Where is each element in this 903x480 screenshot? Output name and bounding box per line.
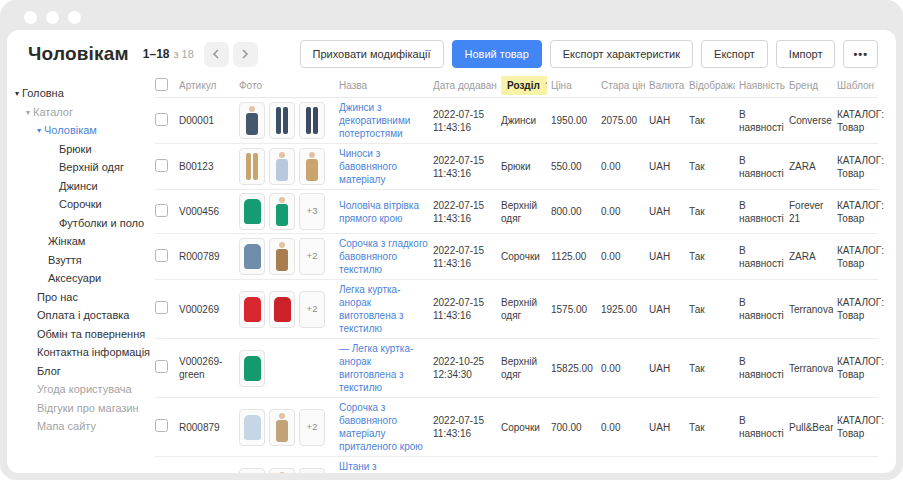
- product-photo[interactable]: [299, 148, 325, 185]
- product-name-link[interactable]: Легка куртка-анорак виготовлена з тексти…: [339, 283, 429, 335]
- admin-panel: Чоловікам 1–18 з 18 Приховати модифікаці…: [7, 30, 896, 473]
- row-checkbox[interactable]: [155, 301, 168, 314]
- product-photo[interactable]: [269, 468, 295, 474]
- sidebar-item[interactable]: ▾Каталог: [7, 103, 155, 122]
- hide-modifications-button[interactable]: Приховати модифікації: [300, 40, 444, 68]
- new-product-button[interactable]: Новий товар: [452, 40, 542, 68]
- photo-cell: +2: [239, 409, 335, 446]
- table-row: R000789+2Сорочка з гладкого бавовняного …: [155, 234, 878, 280]
- price-cell: 800.00: [551, 205, 597, 218]
- garment-shape: [244, 297, 261, 322]
- brand-cell: Forever 21: [789, 199, 833, 225]
- column-header-template[interactable]: Шаблон: [837, 80, 895, 91]
- sku-cell: D00001: [179, 114, 235, 127]
- template-cell: КАТАЛОГ: Товар: [837, 108, 895, 134]
- more-photos-badge[interactable]: +2: [299, 291, 325, 328]
- sidebar-item[interactable]: Джинси: [7, 177, 155, 196]
- product-photo[interactable]: [269, 148, 295, 185]
- product-photo[interactable]: [239, 148, 265, 185]
- sidebar-item[interactable]: Сорочки: [7, 195, 155, 214]
- product-photo[interactable]: [239, 291, 265, 328]
- sidebar-item[interactable]: Блог: [7, 362, 155, 381]
- product-photo[interactable]: [269, 102, 295, 139]
- sidebar-item[interactable]: Про нас: [7, 288, 155, 307]
- sort-arrows-icon: [545, 81, 547, 90]
- product-name-link[interactable]: Чиноси з бавовняного матеріалу: [339, 147, 429, 186]
- sidebar-item[interactable]: Мапа сайту: [7, 417, 155, 436]
- product-photo[interactable]: [239, 238, 265, 275]
- product-name-link[interactable]: Сорочка з бавовняного матеріалу притален…: [339, 401, 429, 453]
- chevron-right-icon: [241, 49, 249, 59]
- select-all-checkbox[interactable]: [155, 78, 168, 91]
- more-photos-badge[interactable]: +2: [299, 238, 325, 275]
- more-photos-badge[interactable]: +2: [299, 468, 325, 474]
- row-checkbox[interactable]: [155, 159, 168, 172]
- chevron-down-icon[interactable]: ▾: [37, 127, 41, 135]
- product-name-link[interactable]: Чоловіча вітрівка прямого крою: [339, 199, 429, 225]
- sidebar-item[interactable]: Брюки: [7, 140, 155, 159]
- prev-page-button[interactable]: [204, 42, 229, 67]
- product-photo[interactable]: [269, 409, 295, 446]
- product-photo[interactable]: [239, 350, 265, 387]
- row-checkbox[interactable]: [155, 249, 168, 262]
- sidebar-item[interactable]: ▾Головна: [7, 84, 155, 103]
- row-checkbox[interactable]: [155, 204, 168, 217]
- product-photo[interactable]: [269, 291, 295, 328]
- row-checkbox[interactable]: [155, 360, 168, 373]
- column-header-price[interactable]: Ціна: [551, 80, 597, 91]
- product-name-link[interactable]: Сорочка з гладкого бавовняного текстилю: [339, 237, 429, 276]
- sorted-column-control[interactable]: Розділ: [501, 76, 547, 95]
- table-row: V000456+3Чоловіча вітрівка прямого крою2…: [155, 190, 878, 234]
- sidebar-item[interactable]: Угода користувача: [7, 380, 155, 399]
- import-button[interactable]: Імпорт: [776, 40, 836, 68]
- template-cell: КАТАЛОГ: Товар: [837, 414, 895, 440]
- sidebar-item[interactable]: Обмін та повернення: [7, 325, 155, 344]
- section-cell: Верхній одяг: [501, 355, 547, 381]
- price-cell: 1575.00: [551, 303, 597, 316]
- row-checkbox-cell: [155, 159, 175, 175]
- column-header-old-price[interactable]: Стара ціна: [601, 80, 645, 91]
- column-header-date[interactable]: Дата додавання: [433, 80, 497, 91]
- chevron-down-icon[interactable]: ▾: [26, 108, 30, 116]
- product-name-link[interactable]: Джинси з декоративними потертостями: [339, 101, 429, 140]
- sidebar-item[interactable]: Аксесуари: [7, 269, 155, 288]
- product-photo[interactable]: [269, 193, 295, 230]
- product-photo[interactable]: [239, 102, 265, 139]
- window-controls: [24, 11, 81, 24]
- garment-shape: [306, 152, 318, 181]
- sidebar-item[interactable]: Контактна інформація: [7, 343, 155, 362]
- column-header-brand[interactable]: Бренд: [789, 80, 833, 91]
- sidebar-item[interactable]: Оплата і доставка: [7, 306, 155, 325]
- sidebar-item[interactable]: Верхній одяг: [7, 158, 155, 177]
- export-characteristics-button[interactable]: Експорт характеристик: [550, 40, 693, 68]
- column-header-photo[interactable]: Фото: [239, 80, 335, 91]
- sidebar-item[interactable]: ▾Чоловікам: [7, 121, 155, 140]
- stock-cell: В наявності: [739, 414, 785, 440]
- column-header-display[interactable]: Відображати: [689, 80, 735, 91]
- chevron-down-icon[interactable]: ▾: [15, 90, 19, 98]
- garment-shape: [276, 242, 288, 271]
- row-checkbox[interactable]: [155, 113, 168, 126]
- product-photo[interactable]: [239, 409, 265, 446]
- product-name-link[interactable]: Штани з бавовняного матеріалу прямого кр…: [339, 460, 429, 473]
- product-photo[interactable]: [239, 193, 265, 230]
- row-checkbox[interactable]: [155, 419, 168, 432]
- column-header-currency[interactable]: Валюта: [649, 80, 685, 91]
- more-photos-badge[interactable]: +2: [299, 409, 325, 446]
- product-photo[interactable]: [239, 468, 265, 474]
- garment-shape: [246, 473, 258, 474]
- sidebar-item[interactable]: Футболки и поло: [7, 214, 155, 233]
- sidebar-item[interactable]: Відгуки про магазин: [7, 399, 155, 418]
- product-photo[interactable]: [269, 238, 295, 275]
- next-page-button[interactable]: [233, 42, 258, 67]
- more-actions-button[interactable]: •••: [843, 40, 878, 68]
- product-name-link[interactable]: — Легка куртка-анорак виготовлена з текс…: [339, 342, 429, 394]
- column-header-stock[interactable]: Наявність: [739, 80, 785, 91]
- column-header-sku[interactable]: Артикул: [179, 80, 235, 91]
- export-button[interactable]: Експорт: [701, 40, 768, 68]
- sidebar-item[interactable]: Жінкам: [7, 232, 155, 251]
- sidebar-item[interactable]: Взуття: [7, 251, 155, 270]
- product-photo[interactable]: [299, 102, 325, 139]
- more-photos-badge[interactable]: +3: [299, 193, 325, 230]
- column-header-name[interactable]: Назва: [339, 80, 429, 91]
